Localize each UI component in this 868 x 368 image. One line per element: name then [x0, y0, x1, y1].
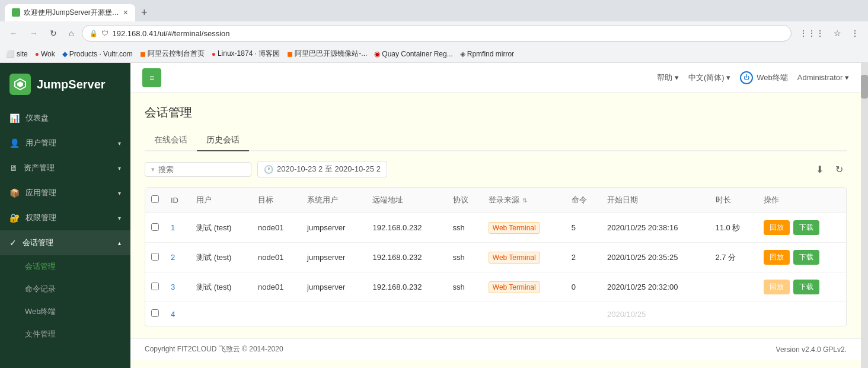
sidebar-sub-session-mgmt[interactable]: 会话管理 — [0, 255, 130, 278]
extensions-button[interactable]: ⋮⋮⋮ — [796, 27, 827, 40]
sidebar-item-dashboard[interactable]: 📊 仪表盘 — [0, 106, 130, 131]
bookmark-label: Wok — [41, 50, 55, 58]
search-input[interactable] — [158, 165, 241, 174]
page-title: 会话管理 — [145, 104, 847, 120]
row-checkbox[interactable] — [151, 223, 159, 231]
col-login-source: 登录来源 ⇅ — [483, 188, 566, 213]
sidebar-item-label: 资产管理 — [24, 163, 118, 173]
header-right: 帮助 ▾ 中文(简体) ▾ ⏻ Web终端 Administrator ▾ — [657, 71, 849, 84]
select-all-checkbox[interactable] — [151, 195, 159, 203]
session-protocol: ssh — [447, 272, 483, 302]
chevron-down-icon: ▾ — [675, 73, 679, 82]
toolbar: ▾ 🕐 2020-10-23 2 至 2020-10-25 2 ⬇ ↻ — [145, 161, 847, 177]
sidebar-item-apps[interactable]: 📦 应用管理 ▾ — [0, 180, 130, 205]
chevron-down-icon: ▾ — [118, 190, 121, 196]
sidebar-item-sessions[interactable]: ✓ 会话管理 ▴ — [0, 230, 130, 255]
search-wrap: ▾ — [145, 162, 251, 177]
scrollbar[interactable] — [861, 63, 868, 368]
tab-close-button[interactable]: × — [123, 8, 128, 17]
new-tab-button[interactable]: + — [138, 7, 151, 19]
row-checkbox[interactable] — [151, 283, 159, 290]
download-button[interactable]: ⬇ — [812, 161, 827, 177]
session-id-link[interactable]: 4 — [171, 310, 175, 319]
session-id-link[interactable]: 3 — [171, 283, 175, 291]
user-menu[interactable]: Administrator ▾ — [797, 73, 849, 82]
tab-history-sessions[interactable]: 历史会话 — [197, 130, 249, 151]
col-duration: 时长 — [710, 188, 758, 213]
sessions-icon: ✓ — [9, 238, 17, 248]
refresh-button[interactable]: ↻ — [832, 161, 847, 177]
bookmark-aliyun[interactable]: ◼ 阿里云控制台首页 — [140, 49, 205, 59]
download-button[interactable]: 下载 — [793, 250, 819, 265]
session-sys-user — [301, 302, 366, 326]
session-user — [190, 302, 252, 326]
bookmark-label: Products · Vultr.com — [69, 50, 133, 58]
session-duration: 11.0 秒 — [710, 213, 758, 243]
sidebar-item-users[interactable]: 👤 用户管理 ▾ — [0, 131, 130, 156]
sidebar-sub-web-terminal[interactable]: Web终端 — [0, 300, 130, 323]
bookmark-wok[interactable]: ● Wok — [35, 50, 55, 58]
session-target: node01 — [252, 213, 301, 243]
forward-button[interactable]: → — [26, 26, 42, 40]
web-terminal-link[interactable]: ⏻ Web终端 — [740, 71, 788, 84]
playback-button[interactable]: 回放 — [764, 250, 790, 265]
bookmark-alibaba[interactable]: ◼ 阿里巴巴开源镜像站-... — [287, 49, 367, 59]
sidebar-sub-file-mgmt[interactable]: 文件管理 — [0, 323, 130, 345]
session-sys-user: jumpserver — [301, 243, 366, 272]
back-button[interactable]: ← — [6, 26, 21, 40]
table-row: 4 2020/10/25 — [145, 302, 846, 326]
col-user: 用户 — [190, 188, 252, 213]
session-command — [566, 302, 601, 326]
session-actions: 回放下载 — [758, 272, 846, 302]
home-button[interactable]: ⌂ — [65, 26, 77, 40]
lock-icon: 🔒 — [90, 30, 98, 37]
reload-button[interactable]: ↻ — [46, 26, 60, 40]
playback-button[interactable]: 回放 — [764, 220, 790, 235]
download-button[interactable]: 下载 — [793, 280, 819, 294]
sub-item-label: 文件管理 — [25, 329, 56, 340]
bookmark-quay[interactable]: ◉ Quay Container Reg... — [374, 50, 452, 58]
products-icon: ◆ — [62, 50, 68, 58]
col-sys-user: 系统用户 — [301, 188, 366, 213]
download-button[interactable]: 下载 — [793, 220, 819, 235]
sidebar-logo: JumpServer — [0, 63, 130, 106]
date-range-picker[interactable]: 🕐 2020-10-23 2 至 2020-10-25 2 — [257, 161, 387, 177]
more-button[interactable]: ⋮ — [848, 27, 862, 40]
help-label: 帮助 — [657, 73, 672, 82]
scrollbar-thumb[interactable] — [861, 75, 868, 99]
sidebar-item-label: 权限管理 — [25, 212, 118, 223]
session-id-link[interactable]: 2 — [171, 253, 175, 262]
alibaba-icon: ◼ — [287, 50, 293, 58]
page-body: 会话管理 在线会话 历史会话 ▾ 🕐 2020-10-23 2 至 2020-1… — [130, 93, 861, 338]
bookmark-site[interactable]: ⬜ site — [6, 50, 28, 58]
menu-toggle-button[interactable]: ≡ — [142, 68, 161, 87]
bookmark-star-button[interactable]: ☆ — [831, 27, 844, 40]
sidebar-sub-cmd-log[interactable]: 命令记录 — [0, 278, 130, 300]
bookmark-rpmfind[interactable]: ◈ Rpmfind mirror — [460, 50, 514, 58]
sidebar-item-assets[interactable]: 🖥 资产管理 ▾ — [0, 156, 130, 180]
language-selector[interactable]: 中文(简体) ▾ — [688, 72, 730, 83]
session-user: 测试 (test) — [190, 272, 252, 302]
sidebar-item-permissions[interactable]: 🔐 权限管理 ▾ — [0, 205, 130, 230]
session-protocol — [447, 302, 483, 326]
svg-marker-1 — [17, 81, 23, 87]
bookmark-products[interactable]: ◆ Products · Vultr.com — [62, 50, 133, 58]
table-row: 2 测试 (test) node01 jumpserver 192.168.0.… — [145, 243, 846, 272]
session-login-source: Web Terminal — [483, 213, 566, 243]
session-remote-addr: 192.168.0.232 — [366, 272, 446, 302]
tab-online-sessions[interactable]: 在线会话 — [145, 130, 197, 151]
session-target: node01 — [252, 272, 301, 302]
chevron-down-icon: ▾ — [118, 140, 121, 147]
user-label: Administrator — [797, 73, 843, 82]
help-link[interactable]: 帮助 ▾ — [657, 72, 679, 83]
row-checkbox[interactable] — [151, 309, 159, 317]
bookmark-linux[interactable]: ● Linux-1874 · 博客园 — [212, 49, 280, 59]
terminal-icon: ⏻ — [740, 71, 753, 84]
address-bar[interactable]: 🔒 🛡 192.168.0.41/ui/#/terminal/session — [82, 25, 792, 42]
browser-tab[interactable]: 欢迎使用JumpServer开源堡垒... × — [5, 4, 135, 21]
bookmark-icon: ⬜ — [6, 50, 15, 58]
session-id-link[interactable]: 1 — [171, 223, 175, 232]
row-checkbox[interactable] — [151, 253, 159, 261]
wok-icon: ● — [35, 50, 39, 58]
content-header: ≡ 帮助 ▾ 中文(简体) ▾ ⏻ Web终端 Administrator ▾ — [130, 63, 861, 93]
